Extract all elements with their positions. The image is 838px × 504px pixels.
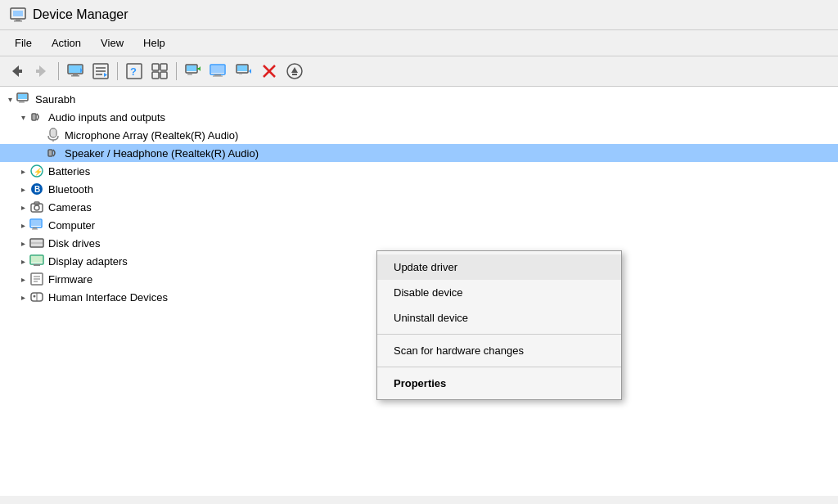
toolbar-forward[interactable] (30, 60, 53, 83)
expand-firmware[interactable]: ▸ (16, 272, 29, 286)
ctx-disable-device[interactable]: Disable device (377, 280, 621, 305)
svg-rect-44 (18, 94, 27, 99)
toolbar-download[interactable] (283, 60, 306, 83)
svg-rect-2 (16, 19, 20, 20)
expand-bluetooth[interactable]: ▸ (16, 182, 29, 196)
menu-file[interactable]: File (7, 34, 40, 52)
expand-cameras[interactable]: ▸ (16, 200, 29, 214)
svg-rect-20 (152, 64, 159, 70)
svg-rect-45 (20, 101, 24, 102)
svg-marker-41 (291, 67, 298, 73)
svg-point-59 (34, 205, 39, 210)
svg-marker-37 (249, 69, 251, 74)
svg-marker-17 (104, 73, 107, 77)
svg-marker-4 (12, 65, 19, 77)
icon-hid (29, 290, 44, 304)
label-microphone: Microphone Array (Realtek(R) Audio) (65, 129, 238, 142)
label-hid: Human Interface Devices (48, 291, 168, 304)
svg-rect-64 (32, 229, 38, 230)
expand-display[interactable]: ▸ (16, 254, 29, 268)
label-saurabh: Saurabh (35, 93, 75, 106)
label-audio: Audio inputs and outputs (48, 111, 165, 124)
ctx-properties[interactable]: Properties (377, 371, 621, 396)
ctx-uninstall-device[interactable]: Uninstall device (377, 305, 621, 331)
toolbar-help[interactable]: ? (123, 60, 146, 83)
svg-rect-33 (213, 76, 223, 77)
expand-computer[interactable]: ▸ (16, 218, 29, 232)
toolbar-computer[interactable] (64, 60, 87, 83)
label-bluetooth: Bluetooth (48, 183, 93, 196)
svg-rect-32 (214, 74, 221, 76)
ctx-update-driver[interactable]: Update driver (377, 254, 621, 280)
tree-item-computer[interactable]: ▸ Computer (0, 216, 838, 234)
label-display: Display adapters (48, 255, 128, 268)
tree-item-batteries[interactable]: ▸ ⚡ Batteries (0, 162, 838, 180)
svg-text:B: B (34, 185, 40, 194)
icon-disk (29, 236, 44, 250)
svg-point-77 (34, 295, 36, 298)
toolbar-add-hardware[interactable] (232, 60, 255, 83)
svg-rect-50 (51, 129, 56, 137)
svg-rect-31 (211, 65, 224, 73)
expand-batteries[interactable]: ▸ (16, 164, 29, 178)
svg-text:⚡: ⚡ (34, 167, 43, 177)
svg-rect-7 (36, 70, 39, 73)
app-icon (10, 7, 26, 23)
icon-bluetooth: B (29, 182, 44, 196)
toolbar-monitor[interactable] (207, 60, 230, 83)
tree-item-speaker[interactable]: ▸ Speaker / Headphone (Realtek(R) Audio) (0, 144, 838, 162)
svg-rect-23 (160, 72, 167, 79)
menu-view[interactable]: View (92, 34, 132, 52)
svg-rect-63 (33, 227, 37, 229)
expand-hid[interactable]: ▸ (16, 290, 29, 304)
icon-audio (29, 110, 44, 124)
icon-cameras (29, 200, 44, 214)
label-computer: Computer (48, 219, 95, 232)
expand-audio[interactable]: ▾ (16, 110, 29, 124)
menu-help[interactable]: Help (135, 34, 173, 52)
svg-rect-48 (33, 115, 35, 119)
svg-rect-42 (292, 74, 297, 75)
svg-rect-22 (152, 72, 159, 79)
tree-item-saurabh[interactable]: ▾ Saurabh (0, 90, 838, 108)
icon-microphone (46, 128, 61, 142)
toolbar-grid[interactable] (148, 60, 171, 83)
svg-rect-53 (49, 151, 52, 155)
toolbar-properties[interactable] (89, 60, 112, 83)
svg-rect-27 (187, 74, 192, 75)
title-bar: Device Manager (0, 0, 838, 30)
toolbar-back[interactable] (5, 60, 28, 83)
svg-rect-3 (14, 20, 22, 22)
label-cameras: Cameras (48, 201, 92, 214)
tree-item-microphone[interactable]: ▸ Microphone Array (Realtek(R) Audio) (0, 126, 838, 144)
label-firmware: Firmware (48, 273, 92, 286)
toolbar-sep-2 (117, 62, 118, 80)
svg-rect-35 (237, 65, 247, 71)
icon-batteries: ⚡ (29, 164, 44, 178)
svg-rect-10 (73, 74, 78, 75)
icon-computer (29, 218, 44, 232)
tree-item-bluetooth[interactable]: ▸ B Bluetooth (0, 180, 838, 198)
menu-action[interactable]: Action (43, 34, 89, 52)
tree-item-audio[interactable]: ▾ Audio inputs and outputs (0, 108, 838, 126)
toolbar-update-driver[interactable] (182, 60, 205, 83)
expand-disk[interactable]: ▸ (16, 236, 29, 250)
svg-rect-11 (71, 75, 79, 77)
ctx-scan-changes[interactable]: Scan for hardware changes (377, 338, 621, 363)
icon-saurabh (16, 92, 31, 106)
ctx-sep-1 (377, 334, 621, 335)
svg-rect-21 (160, 64, 167, 70)
icon-speaker (46, 146, 61, 160)
toolbar-remove[interactable] (258, 60, 281, 83)
label-disk: Disk drives (48, 237, 101, 250)
svg-rect-46 (19, 102, 25, 103)
tree-item-cameras[interactable]: ▸ Cameras (0, 198, 838, 216)
svg-rect-1 (13, 11, 23, 16)
tree-item-disk[interactable]: ▸ Disk drives (0, 234, 838, 252)
svg-rect-29 (197, 68, 200, 70)
svg-rect-70 (34, 264, 40, 266)
icon-firmware (29, 272, 44, 286)
title-bar-text: Device Manager (33, 7, 128, 22)
context-menu: Update driver Disable device Uninstall d… (376, 250, 622, 400)
expand-saurabh[interactable]: ▾ (3, 92, 16, 106)
